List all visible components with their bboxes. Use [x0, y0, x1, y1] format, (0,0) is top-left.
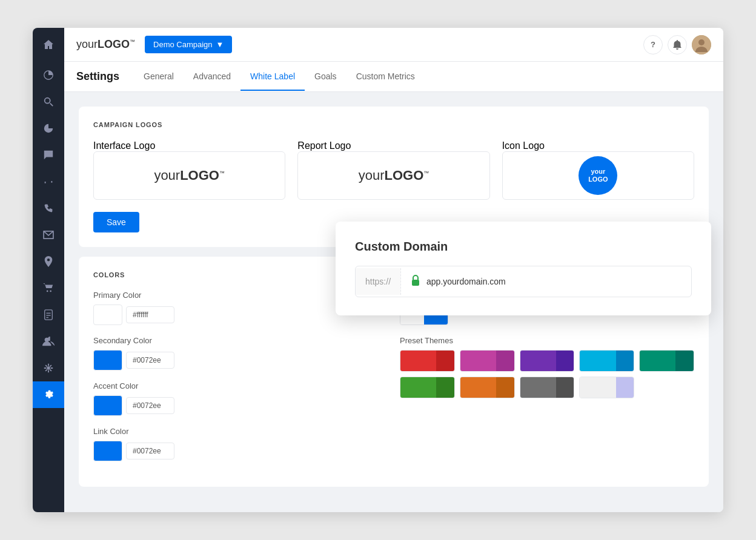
sidebar-item-analytics[interactable]: [33, 62, 64, 88]
sidebar-item-pie[interactable]: [33, 115, 64, 142]
campaign-logos-title: CAMPAIGN LOGOS: [93, 121, 694, 128]
sidebar-item-cart[interactable]: [33, 275, 64, 301]
accent-color-label: Accent Color: [93, 381, 388, 390]
help-button[interactable]: ?: [643, 35, 663, 54]
link-color-input-row: [93, 441, 388, 461]
accent-color-group: Accent Color: [93, 381, 388, 416]
tab-general[interactable]: General: [134, 63, 184, 91]
settings-header: Settings General Advanced White Label Go…: [64, 62, 723, 92]
save-logos-button[interactable]: Save: [93, 212, 139, 232]
icon-logo-label: Icon Logo: [502, 140, 545, 151]
custom-domain-overlay: Custom Domain https:// app.yourdomain.co…: [336, 222, 711, 315]
report-logo-section: Report Logo yourLOGO™: [297, 140, 489, 200]
accent-color-input-row: [93, 395, 388, 416]
sidebar-item-home[interactable]: [33, 28, 64, 62]
report-logo-label: Report Logo: [297, 140, 351, 151]
icon-logo-section: Icon Logo yourLOGO: [502, 140, 694, 200]
sidebar-item-settings[interactable]: [33, 381, 64, 408]
custom-domain-title: Custom Domain: [355, 240, 692, 254]
preset-theme-green[interactable]: [400, 377, 455, 398]
accent-color-swatch[interactable]: [93, 395, 122, 416]
interface-logo-section: Interface Logo yourLOGO™: [93, 140, 285, 200]
preset-theme-teal[interactable]: [639, 350, 694, 372]
settings-title: Settings: [76, 62, 134, 91]
user-avatar[interactable]: [692, 35, 711, 54]
secondary-color-input-row: [93, 350, 388, 370]
link-color-group: Link Color: [93, 427, 388, 461]
notifications-button[interactable]: [668, 35, 687, 54]
campaign-button[interactable]: Demo Campaign ▼: [145, 36, 232, 53]
domain-value: app.yourdomain.com: [426, 277, 506, 286]
svg-point-9: [47, 366, 50, 369]
sidebar-item-users[interactable]: [33, 328, 64, 355]
svg-rect-12: [412, 280, 419, 286]
preset-theme-purple[interactable]: [520, 350, 575, 372]
svg-rect-4: [45, 310, 53, 320]
preset-theme-red[interactable]: [400, 350, 455, 372]
sidebar-item-chat[interactable]: [33, 142, 64, 168]
domain-value-area: app.yourdomain.com: [401, 266, 691, 297]
secondary-color-input[interactable]: [126, 352, 174, 369]
interface-logo-label: Interface Logo: [93, 140, 155, 151]
primary-color-input[interactable]: [126, 306, 174, 323]
report-logo-preview: yourLOGO™: [297, 151, 489, 200]
svg-line-2: [50, 104, 53, 107]
sidebar: [33, 28, 64, 512]
tabs-row: Settings General Advanced White Label Go…: [76, 62, 711, 91]
secondary-color-label: Secondary Color: [93, 336, 388, 345]
preset-themes-group: Preset Themes: [400, 336, 694, 398]
preset-theme-pink[interactable]: [460, 350, 515, 372]
top-header: yourLOGO™ Demo Campaign ▼ ?: [64, 28, 723, 62]
sidebar-item-plugin[interactable]: [33, 355, 64, 381]
tab-custom-metrics[interactable]: Custom Metrics: [346, 63, 425, 91]
tab-goals[interactable]: Goals: [305, 63, 346, 91]
sidebar-item-mail[interactable]: [33, 222, 64, 248]
secondary-color-swatch[interactable]: [93, 350, 122, 370]
link-color-label: Link Color: [93, 427, 388, 436]
domain-input-row: https:// app.yourdomain.com: [355, 266, 692, 297]
interface-logo-preview: yourLOGO™: [93, 151, 285, 200]
primary-color-swatch[interactable]: [93, 305, 122, 325]
svg-point-11: [698, 39, 705, 45]
tab-advanced[interactable]: Advanced: [184, 63, 240, 91]
colors-grid: Primary Color Secondary Color: [93, 291, 694, 472]
icon-logo-circle: yourLOGO: [579, 156, 617, 195]
preset-theme-orange[interactable]: [460, 377, 515, 398]
sidebar-item-search[interactable]: [33, 88, 64, 115]
colors-right: Default Theme Preset Themes: [400, 291, 694, 472]
icon-logo-preview: yourLOGO: [502, 151, 694, 200]
preset-themes-grid: [400, 350, 694, 398]
tab-white-label[interactable]: White Label: [240, 63, 305, 91]
logo-area: yourLOGO™ Demo Campaign ▼: [76, 36, 232, 53]
preset-themes-label: Preset Themes: [400, 336, 694, 345]
sidebar-item-phone[interactable]: [33, 195, 64, 222]
logo-grid: Interface Logo yourLOGO™ Report Logo: [93, 140, 694, 200]
accent-color-input[interactable]: [126, 397, 174, 414]
sidebar-item-document[interactable]: [33, 301, 64, 328]
app-wrapper: yourLOGO™ Demo Campaign ▼ ?: [33, 28, 723, 512]
preset-theme-cyan[interactable]: [579, 350, 634, 372]
colors-left: Primary Color Secondary Color: [93, 291, 388, 472]
svg-point-1: [45, 98, 50, 104]
header-icons: ?: [643, 35, 711, 54]
header-logo: yourLOGO™: [76, 38, 135, 51]
domain-prefix: https://: [356, 268, 401, 295]
secondary-color-group: Secondary Color: [93, 336, 388, 370]
sidebar-item-headset[interactable]: [33, 168, 64, 195]
link-color-input[interactable]: [126, 443, 174, 459]
preset-theme-gray[interactable]: [520, 377, 575, 398]
lock-icon: [411, 275, 420, 288]
preset-theme-white[interactable]: [579, 377, 634, 398]
link-color-swatch[interactable]: [93, 441, 122, 461]
sidebar-item-location[interactable]: [33, 248, 64, 275]
